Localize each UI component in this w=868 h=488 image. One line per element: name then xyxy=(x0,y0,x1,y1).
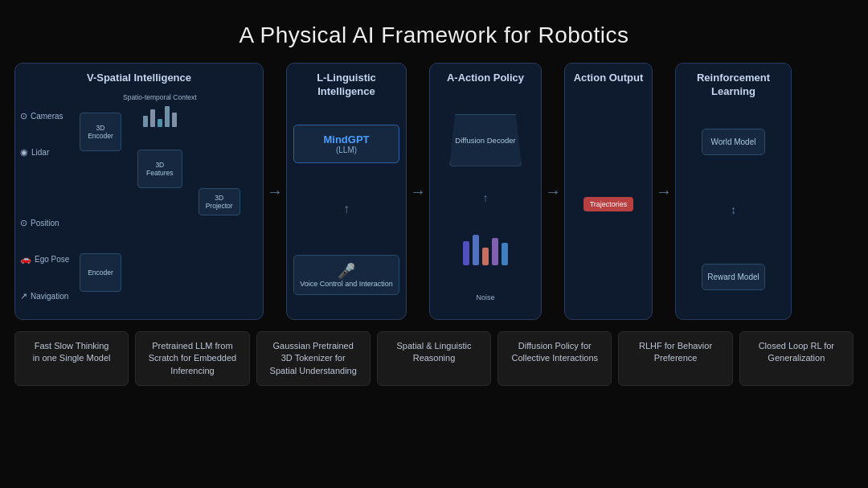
action-output-title: Action Output xyxy=(567,64,650,90)
3d-projector-block: 3DProjector xyxy=(199,188,240,215)
noise-bar-3 xyxy=(482,248,489,265)
action-policy-title: A-Action Policy xyxy=(440,64,530,90)
diagram-area: V-Spatial Intelligence ⊙ Cameras ◉ Lidar… xyxy=(0,63,868,320)
vspatial-content: ⊙ Cameras ◉ Lidar ⊙ Position 🚗 Ego Pose xyxy=(15,90,263,319)
caption-5: RLHF for BehaviorPreference xyxy=(618,331,732,386)
diffusion-label: Diffusion Decoder xyxy=(455,136,515,145)
action-policy-inner: Diffusion Decoder ↑ Noise xyxy=(443,90,528,319)
caption-0: Fast Slow Thinkingin one Single Model xyxy=(14,331,129,386)
action-policy-section: A-Action Policy Diffusion Decoder ↑ Nois… xyxy=(429,63,542,320)
position-input: ⊙ Position xyxy=(20,218,78,228)
noise-bars-group xyxy=(463,233,508,265)
mindgpt-sub: (LLM) xyxy=(299,146,394,154)
noise-bar-5 xyxy=(502,243,508,265)
projector-group: 3DProjector xyxy=(199,92,240,313)
caption-text-3: Spatial & LinguisticReasoning xyxy=(397,341,472,363)
spatio-temporal-label: Spatio-temporal Context xyxy=(123,93,197,101)
navigation-icon: ↗ xyxy=(20,291,27,301)
lidar-label: Lidar xyxy=(31,148,49,157)
cameras-label: Cameras xyxy=(31,112,63,121)
caption-1: Pretrained LLM fromScratch for EmbeddedI… xyxy=(135,331,249,386)
encoder-block: Encoder xyxy=(80,253,121,292)
caption-text-1: Pretrained LLM fromScratch for EmbeddedI… xyxy=(149,341,236,375)
bar5 xyxy=(172,113,177,127)
rl-bidirectional-arrow: ↕ xyxy=(731,203,736,216)
bar1 xyxy=(143,116,148,127)
cameras-icon: ⊙ xyxy=(20,111,27,121)
bottom-captions: Fast Slow Thinkingin one Single Model Pr… xyxy=(0,320,868,386)
llinguistic-section: L-Linguistic Intelligence MindGPT (LLM) … xyxy=(286,63,407,320)
diffusion-decoder-block: Diffusion Decoder xyxy=(449,114,522,166)
position-label: Position xyxy=(31,219,59,228)
noise-bar-1 xyxy=(463,241,469,265)
navigation-input: ↗ Navigation xyxy=(20,291,78,301)
caption-text-6: Closed Loop RL forGeneralization xyxy=(759,341,834,363)
cameras-input: ⊙ Cameras xyxy=(20,111,78,121)
action-output-section: Action Output Trajectories xyxy=(564,63,653,320)
egopose-icon: 🚗 xyxy=(20,254,31,265)
mindgpt-title: MindGPT xyxy=(299,133,394,146)
navigation-label: Navigation xyxy=(31,292,68,301)
rl-title: Reinforcement Learning xyxy=(676,64,791,104)
noise-label: Noise xyxy=(476,293,494,301)
input-labels: ⊙ Cameras ◉ Lidar ⊙ Position 🚗 Ego Pose xyxy=(20,92,78,313)
caption-4: Diffusion Policy forCollective Interacti… xyxy=(497,331,612,386)
bar3 xyxy=(158,119,162,127)
lidar-icon: ◉ xyxy=(20,147,28,158)
egopose-input: 🚗 Ego Pose xyxy=(20,254,78,265)
egopose-label: Ego Pose xyxy=(35,255,69,264)
mindgpt-block: MindGPT (LLM) xyxy=(293,125,399,163)
caption-text-0: Fast Slow Thinkingin one Single Model xyxy=(33,341,111,363)
voice-label: Voice Control and Interaction xyxy=(299,280,394,288)
caption-text-5: RLHF for BehaviorPreference xyxy=(639,341,712,363)
mic-icon: 🎤 xyxy=(299,262,394,280)
noise-bar-4 xyxy=(492,238,498,265)
noise-up-arrow: ↑ xyxy=(483,191,489,204)
world-model-block: World Model xyxy=(702,129,764,155)
caption-3: Spatial & LinguisticReasoning xyxy=(377,331,491,386)
caption-text-2: Gaussian Pretrained3D Tokenizer forSpati… xyxy=(270,341,357,375)
arrow-output-rl: → xyxy=(653,182,675,201)
caption-text-4: Diffusion Policy forCollective Interacti… xyxy=(511,341,598,363)
temporal-bars xyxy=(143,101,177,127)
position-icon: ⊙ xyxy=(20,218,27,228)
features-group: Spatio-temporal Context 3DFeatures xyxy=(123,92,197,313)
3d-features-block: 3DFeatures xyxy=(137,150,182,188)
bar4 xyxy=(165,106,170,127)
arrow-action-output: → xyxy=(542,182,564,201)
reward-model-block: Reward Model xyxy=(702,264,764,290)
encoders-group: 3DEncoder Encoder xyxy=(80,92,121,313)
caption-2: Gaussian Pretrained3D Tokenizer forSpati… xyxy=(256,331,371,386)
llinguistic-title: L-Linguistic Intelligence xyxy=(287,64,406,104)
noise-bar-2 xyxy=(473,235,479,265)
action-output-inner: Trajectories xyxy=(583,90,634,319)
voice-block: 🎤 Voice Control and Interaction xyxy=(293,255,399,295)
caption-6: Closed Loop RL forGeneralization xyxy=(739,331,854,386)
page-title: A Physical AI Framework for Robotics xyxy=(0,0,868,63)
vspatial-title: V-Spatial Intelligence xyxy=(80,64,198,90)
3d-encoder-block: 3DEncoder xyxy=(80,113,121,151)
ling-inner: MindGPT (LLM) ↑ 🎤 Voice Control and Inte… xyxy=(287,104,406,319)
lidar-input: ◉ Lidar xyxy=(20,147,78,158)
trajectories-label: Trajectories xyxy=(583,197,634,211)
voice-up-arrow: ↑ xyxy=(343,202,350,216)
bar2 xyxy=(150,109,155,127)
arrow-vspatial-ling: → xyxy=(264,182,286,201)
rl-section: Reinforcement Learning World Model ↕ Rew… xyxy=(675,63,792,320)
vspatial-section: V-Spatial Intelligence ⊙ Cameras ◉ Lidar… xyxy=(14,63,264,320)
rl-inner: World Model ↕ Reward Model xyxy=(697,104,769,319)
arrow-ling-action: → xyxy=(407,182,429,201)
